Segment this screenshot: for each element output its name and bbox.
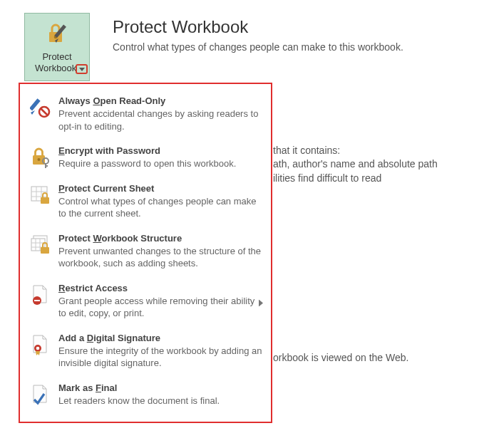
doc-restrict-icon: [29, 283, 53, 320]
menu-item-desc: Require a password to open this workbook…: [58, 157, 264, 170]
header-text: Protect Workbook Control what types of c…: [113, 13, 403, 53]
lock-key-icon: [29, 145, 53, 170]
svg-line-8: [41, 108, 48, 115]
menu-item-title: Add a Digital Signature: [58, 333, 264, 343]
doc-check-icon: [29, 382, 53, 407]
svg-rect-5: [30, 98, 41, 110]
protect-workbook-button[interactable]: ProtectWorkbook: [24, 13, 90, 81]
background-text-line: that it contains:: [273, 145, 340, 156]
menu-item-title: Restrict Access: [58, 283, 264, 293]
svg-marker-6: [31, 110, 35, 115]
menu-item-title: Encrypt with Password: [58, 145, 264, 156]
svg-marker-29: [259, 299, 263, 306]
menu-item-desc: Let readers know the document is final.: [58, 395, 264, 407]
background-text-line: ath, author's name and absolute path: [273, 158, 438, 170]
pencil-prohibit-icon: [29, 95, 53, 132]
sheets-lock-icon: [29, 233, 53, 270]
sheet-lock-icon: [29, 183, 53, 220]
page-title: Protect Workbook: [113, 17, 403, 37]
page-description: Control what types of changes people can…: [113, 41, 403, 53]
menu-item-mark-as-final[interactable]: Mark as Final Let readers know the docum…: [26, 378, 267, 416]
svg-marker-32: [36, 351, 40, 355]
menu-item-add-digital-signature[interactable]: Add a Digital Signature Ensure the integ…: [26, 328, 267, 378]
svg-point-31: [36, 347, 40, 350]
menu-item-protect-workbook-structure[interactable]: Protect Workbook Structure Prevent unwan…: [26, 229, 267, 278]
menu-item-title: Always Open Read-Only: [58, 95, 264, 106]
protect-workbook-dropdown: Always Open Read-Only Prevent accidental…: [19, 83, 272, 423]
svg-rect-19: [41, 197, 49, 204]
menu-item-restrict-access[interactable]: Restrict Access Grant people access whil…: [26, 278, 267, 328]
menu-item-encrypt-with-password[interactable]: Encrypt with Password Require a password…: [26, 141, 267, 179]
menu-item-title: Mark as Final: [58, 382, 264, 393]
svg-rect-28: [34, 300, 40, 301]
button-label: ProtectWorkbook: [35, 51, 79, 73]
doc-ribbon-icon: [29, 333, 53, 370]
dropdown-arrow-highlight[interactable]: [76, 64, 88, 74]
submenu-arrow-icon: [259, 298, 263, 308]
lock-pencil-icon: [44, 21, 70, 48]
background-text-line: ilities find difficult to read: [273, 172, 381, 184]
menu-item-title: Protect Workbook Structure: [58, 233, 264, 244]
menu-item-desc: Prevent unwanted changes to the structur…: [58, 245, 264, 270]
svg-point-10: [38, 158, 41, 161]
menu-item-title: Protect Current Sheet: [58, 183, 264, 194]
menu-item-desc: Ensure the integrity of the workbook by …: [58, 345, 264, 370]
menu-item-desc: Prevent accidental changes by asking rea…: [58, 108, 264, 132]
svg-marker-4: [79, 68, 85, 71]
menu-item-always-open-read-only[interactable]: Always Open Read-Only Prevent accidental…: [26, 91, 267, 141]
menu-item-protect-current-sheet[interactable]: Protect Current Sheet Control what types…: [26, 179, 267, 229]
svg-rect-26: [41, 247, 49, 254]
menu-item-desc: Control what types of changes people can…: [58, 195, 264, 220]
menu-item-desc: Grant people access while removing their…: [58, 295, 264, 320]
background-text-line: orkbook is viewed on the Web.: [273, 352, 408, 363]
